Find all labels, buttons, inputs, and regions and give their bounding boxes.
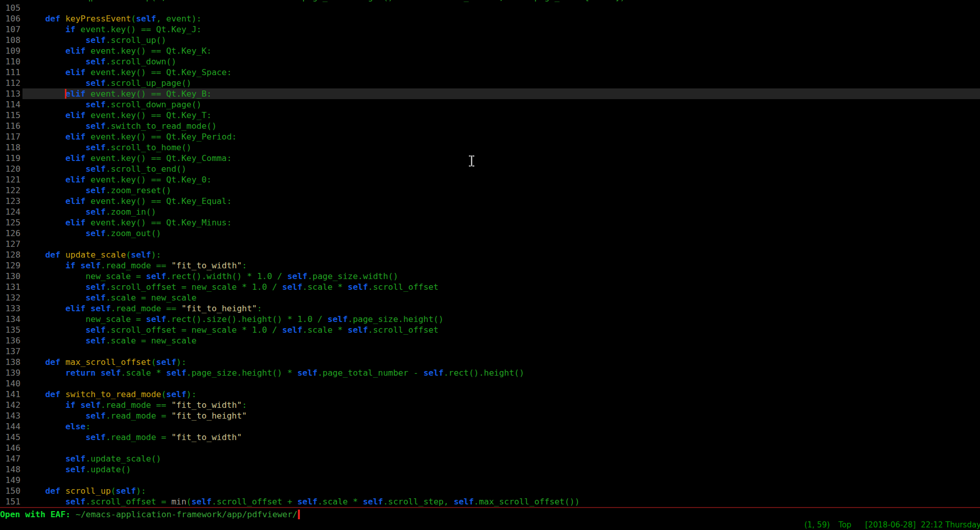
line-number: 121	[0, 174, 20, 185]
code-line[interactable]: 132 self.scale = new_scale	[0, 292, 980, 303]
code-line[interactable]: 107 if event.key() == Qt.Key_J:	[0, 24, 980, 35]
line-number: 136	[0, 335, 20, 346]
code-text: if event.key() == Qt.Key_J:	[25, 24, 201, 35]
line-number: 132	[0, 292, 20, 303]
code-line[interactable]: 110 self.scroll_down()	[0, 56, 980, 67]
code-line[interactable]: 105	[0, 3, 980, 13]
code-line[interactable]: 145 self.read_mode = "fit_to_width"	[0, 432, 980, 443]
code-line[interactable]: 130 new_scale = self.rect().width() * 1.…	[0, 271, 980, 282]
line-number: 135	[0, 325, 20, 335]
line-number: 106	[0, 13, 20, 24]
code-line[interactable]: 125 elif event.key() == Qt.Key_Minus:	[0, 217, 980, 228]
line-number: 141	[0, 389, 20, 400]
code-line[interactable]: 149	[0, 475, 980, 486]
modeline-divider	[0, 507, 980, 508]
line-number: 131	[0, 282, 20, 292]
code-line[interactable]: 147 self.update_scale()	[0, 453, 980, 464]
code-text: elif event.key() == Qt.Key_K:	[25, 45, 212, 56]
text-cursor	[65, 89, 66, 99]
code-line[interactable]: 143 self.read_mode = "fit_to_height"	[0, 410, 980, 421]
code-line[interactable]: 140	[0, 378, 980, 389]
code-line[interactable]: 139 return self.scale * self.page_size.h…	[0, 367, 980, 378]
minibuffer[interactable]: Open with EAF: ~/emacs-application-frame…	[0, 509, 300, 520]
text-cursor	[298, 510, 300, 519]
code-line[interactable]: 136 self.scale = new_scale	[0, 335, 980, 346]
code-line[interactable]: 114 self.scroll_down_page()	[0, 99, 980, 110]
minibuffer-input[interactable]: ~/emacs-application-framework/app/pdfvie…	[76, 510, 297, 519]
code-line[interactable]: 142 if self.read_mode == "fit_to_width":	[0, 400, 980, 410]
code-line[interactable]: 137	[0, 346, 980, 357]
line-number: 118	[0, 142, 20, 153]
code-line[interactable]: 134 new_scale = self.rect().size().heigh…	[0, 314, 980, 325]
line-number: 126	[0, 228, 20, 239]
line-number: 146	[0, 443, 20, 453]
code-text: def scroll_up(self):	[25, 486, 146, 496]
line-number: 117	[0, 131, 20, 142]
line-number: 109	[0, 45, 20, 56]
code-text: if self.read_mode == "fit_to_width":	[25, 260, 247, 271]
code-line[interactable]: 119 elif event.key() == Qt.Key_Comma:	[0, 153, 980, 164]
line-number: 129	[0, 260, 20, 271]
code-line[interactable]: 120 self.scroll_to_end()	[0, 164, 980, 174]
code-line[interactable]: 141 def switch_to_read_mode(self):	[0, 389, 980, 400]
code-line[interactable]: 118 self.scroll_to_home()	[0, 142, 980, 153]
code-line[interactable]: 115 elif event.key() == Qt.Key_T:	[0, 110, 980, 121]
code-text: self.update()	[25, 464, 131, 475]
line-number: 123	[0, 196, 20, 206]
code-line[interactable]: 117 elif event.key() == Qt.Key_Period:	[0, 131, 980, 142]
line-number: 130	[0, 271, 20, 282]
code-line[interactable]: 123 elif event.key() == Qt.Key_Equal:	[0, 196, 980, 206]
code-line[interactable]: 108 self.scroll_up()	[0, 35, 980, 45]
line-number: 120	[0, 164, 20, 174]
scroll-position-label: Top	[838, 520, 851, 529]
code-line[interactable]: 131 self.scroll_offset = new_scale * 1.0…	[0, 282, 980, 292]
code-line[interactable]: 150 def scroll_up(self):	[0, 486, 980, 496]
code-text: def max_scroll_offset(self):	[25, 357, 186, 367]
code-text: new_scale = self.rect().size().height() …	[25, 314, 444, 325]
code-line[interactable]: 128 def update_scale(self):	[0, 249, 980, 260]
code-text: elif event.key() == Qt.Key_Minus:	[25, 217, 232, 228]
code-line[interactable]: 138 def max_scroll_offset(self):	[0, 357, 980, 367]
code-line[interactable]: 113 elif event.key() == Qt.Key_B:	[0, 88, 980, 99]
code-text: def update_scale(self):	[25, 249, 161, 260]
code-line[interactable]: 148 self.update()	[0, 464, 980, 475]
code-line[interactable]: 126 self.zoom_out()	[0, 228, 980, 239]
code-line[interactable]: 133 elif self.read_mode == "fit_to_heigh…	[0, 303, 980, 314]
code-text: self.scroll_down_page()	[25, 99, 201, 110]
line-number: 112	[0, 78, 20, 88]
line-number: 151	[0, 496, 20, 507]
code-line[interactable]: 106 def keyPressEvent(self, event):	[0, 13, 980, 24]
line-number: 144	[0, 421, 20, 432]
line-number: 142	[0, 400, 20, 410]
code-line[interactable]: 127	[0, 239, 980, 249]
code-buffer[interactable]: qp.drawPixmap(0, index * self.scale * se…	[0, 0, 980, 507]
code-line[interactable]: 124 self.zoom_in()	[0, 206, 980, 217]
code-line[interactable]: 135 self.scroll_offset = new_scale * 1.0…	[0, 325, 980, 335]
code-line[interactable]: 129 if self.read_mode == "fit_to_width":	[0, 260, 980, 271]
line-number: 125	[0, 217, 20, 228]
code-line[interactable]: 122 self.zoom_reset()	[0, 185, 980, 196]
date-label: [2018-06-28]	[865, 520, 916, 529]
line-number: 114	[0, 99, 20, 110]
line-number: 140	[0, 378, 20, 389]
code-line[interactable]: 112 self.scroll_up_page()	[0, 78, 980, 88]
code-line[interactable]: 111 elif event.key() == Qt.Key_Space:	[0, 67, 980, 78]
code-text: self.scale = new_scale	[25, 292, 197, 303]
cursor-position-info: (1, 59) Top [2018-06-28] 22:12 Thursday	[804, 520, 980, 529]
line-number: 124	[0, 206, 20, 217]
code-line[interactable]: 144 else:	[0, 421, 980, 432]
line-number: 148	[0, 464, 20, 475]
code-line[interactable]: 109 elif event.key() == Qt.Key_K:	[0, 45, 980, 56]
line-number: 119	[0, 153, 20, 164]
line-number: 127	[0, 239, 20, 249]
minibuffer-prompt: Open with EAF:	[0, 510, 76, 519]
code-text: elif event.key() == Qt.Key_0:	[25, 174, 212, 185]
code-line[interactable]: 121 elif event.key() == Qt.Key_0:	[0, 174, 980, 185]
code-text: self.scroll_up()	[25, 35, 166, 45]
line-number: 143	[0, 410, 20, 421]
code-line[interactable]: 116 self.switch_to_read_mode()	[0, 121, 980, 131]
code-line[interactable]: 151 self.scroll_offset = min(self.scroll…	[0, 496, 980, 507]
code-text: self.zoom_in()	[25, 206, 156, 217]
code-line[interactable]: 146	[0, 443, 980, 453]
line-number: 110	[0, 56, 20, 67]
